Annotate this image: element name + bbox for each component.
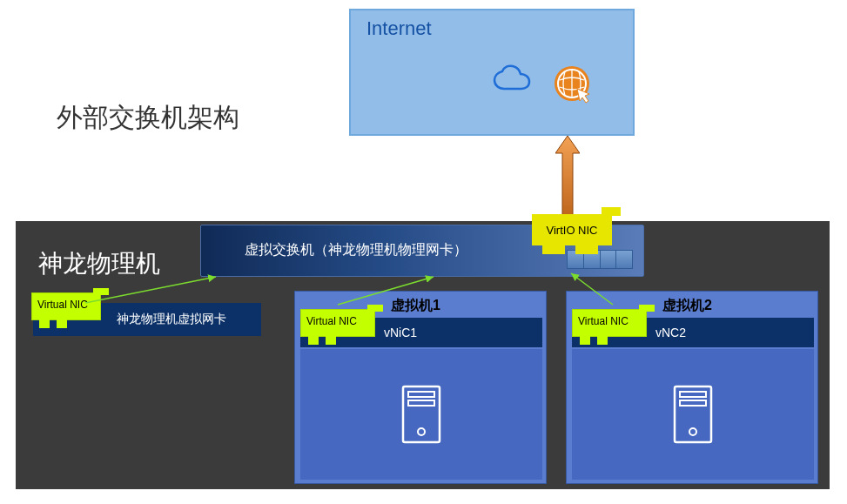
internet-box: Internet [349, 9, 635, 136]
virtual-switch-label: 虚拟交换机（神龙物理机物理网卡） [245, 241, 467, 259]
svg-rect-8 [680, 400, 706, 406]
vm1-virtual-nic-badge: Virtual NIC [300, 309, 375, 337]
vm2-title: 虚拟机2 [662, 297, 712, 315]
svg-line-11 [338, 277, 434, 305]
vm2-virtual-nic-badge: Virtual NIC [572, 309, 647, 337]
host-box: 神龙物理机 虚拟交换机（神龙物理机物理网卡） 神龙物理机虚拟网卡 Virtual… [16, 221, 830, 489]
svg-point-5 [418, 428, 425, 435]
vm1-body [300, 349, 542, 480]
host-vnic-label: 神龙物理机虚拟网卡 [117, 312, 226, 327]
svg-rect-3 [408, 392, 434, 397]
svg-point-9 [689, 428, 696, 435]
link-arrow-vm2-icon [562, 270, 632, 312]
svg-line-12 [571, 273, 613, 305]
cloud-icon [490, 64, 535, 99]
vm1-virtual-nic-text: Virtual NIC [301, 310, 374, 329]
globe-cursor-icon [551, 63, 595, 110]
diagram-title: 外部交换机架构 [57, 100, 239, 136]
server-icon [398, 383, 445, 446]
vm2-vnic-label: vNC2 [655, 326, 686, 339]
svg-rect-4 [408, 400, 434, 406]
virtio-nic-badge: VirtIO NIC [532, 214, 612, 245]
vm-box-2: 虚拟机2 vNC2 Virtual NIC [566, 291, 818, 484]
link-arrow-host-icon [85, 273, 225, 312]
link-arrow-vm1-icon [338, 273, 442, 312]
svg-line-10 [85, 277, 216, 303]
vm2-virtual-nic-text: Virtual NIC [573, 310, 646, 329]
server-icon [669, 383, 716, 446]
vm-box-1: 虚拟机1 vNiC1 Virtual NIC [294, 291, 547, 484]
vm2-body [572, 349, 814, 480]
svg-rect-7 [680, 392, 706, 397]
internet-label: Internet [366, 17, 432, 40]
virtio-nic-label: VirtIO NIC [547, 224, 598, 237]
vm1-vnic-label: vNiC1 [384, 326, 417, 339]
